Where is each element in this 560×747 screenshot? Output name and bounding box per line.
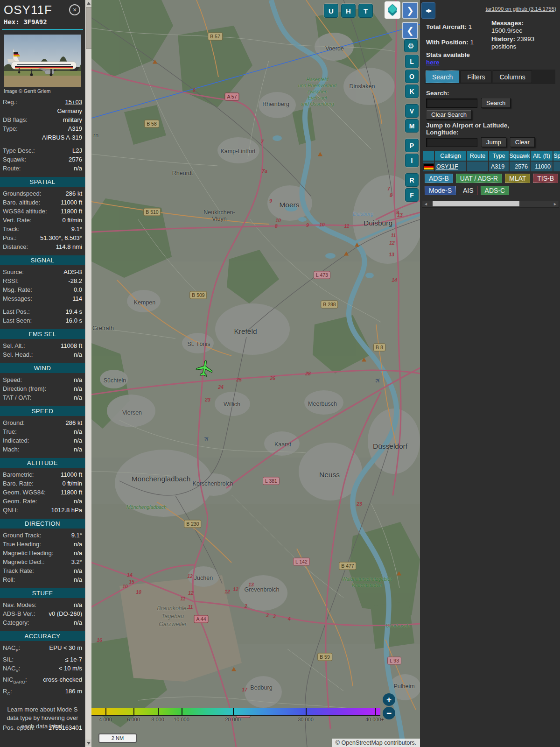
pos-epoch-row: Pos. epoch: 1755163401 xyxy=(0,723,85,732)
data-row: Vert. Rate:0 ft/min xyxy=(0,216,85,225)
panel-width-toggle[interactable]: ◀▶ xyxy=(421,2,435,19)
panel-collapse-icon[interactable]: ❮ xyxy=(402,22,418,39)
data-value: 11000 ft xyxy=(61,198,82,207)
legend-tick-label: 40 000+ xyxy=(365,717,384,722)
data-row: True:n/a xyxy=(0,427,85,436)
clear-search-button[interactable]: Clear Search xyxy=(426,110,472,120)
scroll-down-icon[interactable] xyxy=(85,740,92,746)
tab-columns[interactable]: Columns xyxy=(493,70,532,83)
aircraft-marker[interactable] xyxy=(194,359,215,379)
data-row: Pos.:51.300°, 6.503° xyxy=(0,233,85,242)
panel-expand-icon[interactable]: ❯ xyxy=(402,2,418,19)
map-button-t[interactable]: T xyxy=(358,4,373,18)
filter-mlat[interactable]: MLAT xyxy=(505,174,530,183)
aircraft-table-row[interactable]: OSY11FA319257611000 xyxy=(423,162,560,171)
column-header[interactable]: Alt. (ft) xyxy=(531,151,553,161)
stats-here-link[interactable]: here xyxy=(426,59,440,66)
map-button-v[interactable]: V xyxy=(405,104,419,118)
data-value[interactable]: 15+03 xyxy=(65,98,82,106)
junction-number: 9 xyxy=(306,222,309,228)
section-header-wind: WIND xyxy=(0,363,85,373)
map-button-l[interactable]: L xyxy=(405,55,419,68)
hscrollbar-thumb[interactable] xyxy=(433,201,519,206)
tab-filters[interactable]: Filters xyxy=(461,70,491,83)
aircraft-icon[interactable] xyxy=(194,359,214,379)
data-label: Ground Track: xyxy=(3,531,41,540)
data-label: Type: xyxy=(3,124,18,133)
map-button-i[interactable]: I xyxy=(405,154,419,167)
data-row: AIRBUS A-319 xyxy=(0,133,85,142)
data-label: QNH: xyxy=(3,506,18,514)
filter-adsc[interactable]: ADS-C xyxy=(481,186,510,195)
jump-input[interactable] xyxy=(426,138,477,147)
section-header-accuracy: ACCURACY xyxy=(0,631,85,641)
github-link[interactable]: tar1090 on github (3.14.1755) xyxy=(485,6,556,12)
map-canvas[interactable] xyxy=(91,0,420,747)
map-button-u[interactable]: U xyxy=(324,4,338,18)
jump-clear-button[interactable]: Clear xyxy=(510,137,535,147)
map-button-k[interactable]: K xyxy=(405,85,419,98)
map-button-r[interactable]: R xyxy=(405,173,419,187)
column-header[interactable]: Spd. xyxy=(553,151,560,161)
map-button-p[interactable]: P xyxy=(405,139,419,152)
map-button-h[interactable]: H xyxy=(341,4,356,18)
map-attribution[interactable]: © OpenStreetMap contributors. xyxy=(332,739,420,747)
stats-available: Stats available here xyxy=(426,51,470,66)
filter-adsb[interactable]: ADS-B xyxy=(425,174,453,183)
filter-uatadsr[interactable]: UAT / ADS-R xyxy=(456,174,502,183)
filter-ais[interactable]: AIS xyxy=(459,186,478,195)
data-label: Sel. Head.: xyxy=(3,350,33,359)
column-header[interactable]: Type xyxy=(489,151,509,161)
settings-gear-icon[interactable]: ⚙ xyxy=(404,39,418,52)
zoom-in-button[interactable]: + xyxy=(383,693,395,706)
filter-modes[interactable]: Mode-S xyxy=(425,186,456,195)
map-scale: 2 NM xyxy=(98,733,137,743)
junction-number: 7a xyxy=(262,168,267,174)
data-value: n/a xyxy=(74,575,82,584)
map-container[interactable]: VoerdeDinslakenRheinbergHasenfeldund Rhe… xyxy=(91,0,420,747)
layers-button[interactable] xyxy=(385,1,400,19)
table-horizontal-scrollbar[interactable]: ◄ ► xyxy=(422,201,559,208)
legend-tick xyxy=(133,708,134,715)
search-input[interactable] xyxy=(426,99,477,108)
callsign-cell[interactable]: OSY11F xyxy=(435,162,466,171)
filter-tisb[interactable]: TIS-B xyxy=(533,174,558,183)
column-header[interactable]: Callsign xyxy=(435,151,466,161)
layers-icon xyxy=(386,4,399,17)
data-value: 286 kt xyxy=(66,418,82,427)
legend-tick xyxy=(105,708,106,715)
data-value: 114.8 nmi xyxy=(56,242,82,251)
table-cell: 2576 xyxy=(510,162,530,171)
total-aircraft: Total Aircraft: 1 xyxy=(426,23,472,31)
column-header[interactable] xyxy=(423,151,434,161)
search-button[interactable]: Search xyxy=(481,98,511,108)
tab-search[interactable]: Search xyxy=(426,70,459,83)
junction-number: 13 xyxy=(397,212,403,218)
scroll-up-icon[interactable] xyxy=(85,0,92,7)
section-header-spatial: SPATIAL xyxy=(0,177,85,187)
with-position: With Position: 1 xyxy=(426,39,474,46)
data-label: Barometric: xyxy=(3,470,34,479)
total-aircraft-label: Total Aircraft: xyxy=(426,23,467,30)
column-header[interactable]: Route xyxy=(467,151,488,161)
close-icon[interactable]: ✕ xyxy=(69,4,80,15)
scroll-left-icon[interactable]: ◄ xyxy=(424,202,428,206)
data-value: 16.0 s xyxy=(66,316,82,325)
sidebar-scrollbar[interactable] xyxy=(85,0,92,747)
column-header[interactable]: Squawk xyxy=(510,151,530,161)
zoom-out-button[interactable]: − xyxy=(383,707,395,719)
road-shield: L 93 xyxy=(387,657,401,665)
data-row: DB flags:military xyxy=(0,115,85,124)
map-button-f[interactable]: F xyxy=(405,188,419,202)
map-button-o[interactable]: O xyxy=(405,70,419,83)
legend-tick-label: 10 000 xyxy=(174,717,189,722)
jump-button[interactable]: Jump xyxy=(481,137,506,147)
junction-number: 13 xyxy=(389,252,394,257)
scroll-right-icon[interactable]: ► xyxy=(553,202,557,206)
map-button-m[interactable]: M xyxy=(405,119,419,133)
messages-label: Messages: xyxy=(491,20,524,27)
road-shield: L 381 xyxy=(263,477,280,485)
data-row: Baro. Rate:0 ft/min xyxy=(0,479,85,488)
data-label: RC: xyxy=(3,687,12,698)
data-label: Last Pos.: xyxy=(3,307,30,316)
